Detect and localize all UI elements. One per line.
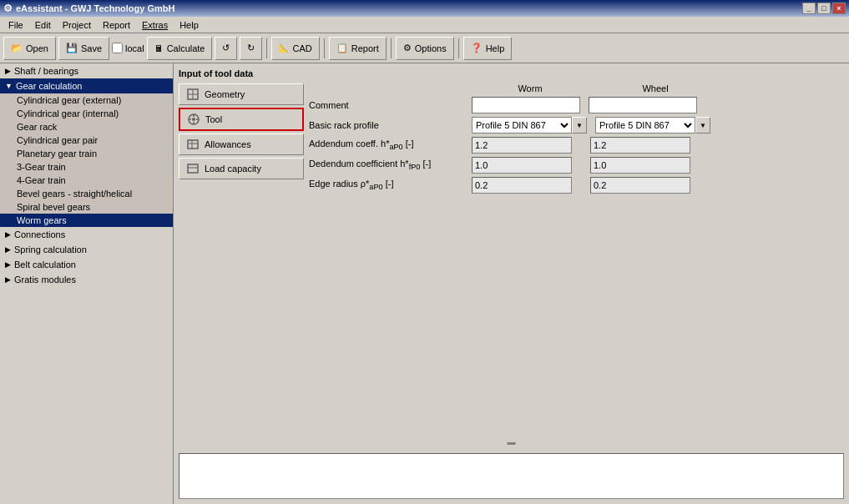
- local-checkbox[interactable]: [112, 43, 123, 53]
- close-button[interactable]: ×: [832, 3, 846, 14]
- options-icon: ⚙: [403, 43, 412, 53]
- minimize-button[interactable]: _: [802, 3, 816, 14]
- tab-load-capacity[interactable]: Load capacity: [179, 158, 304, 179]
- wheel-profile-select[interactable]: Profile 5 DIN 867: [595, 117, 695, 134]
- cad-button[interactable]: 📐 CAD: [271, 37, 319, 60]
- svg-point-4: [192, 118, 195, 121]
- worm-column-header: Worm: [472, 83, 589, 93]
- sidebar-item-3gear[interactable]: 3-Gear train: [0, 160, 173, 174]
- edge-radius-label: Edge radius ρ*aP0 [-]: [309, 179, 472, 191]
- scrollbar-indicator: ▬: [508, 437, 516, 446]
- tab-geometry[interactable]: Geometry: [179, 83, 304, 105]
- app-icon: ⚙: [3, 3, 13, 14]
- content-area: Input of tool data Geometry: [174, 63, 849, 504]
- wheel-profile-arrow[interactable]: ▼: [695, 117, 710, 134]
- arrow-right-icon: ▶: [5, 67, 11, 75]
- worm-profile-select-container: Profile 5 DIN 867 ▼: [472, 117, 587, 134]
- calculate-button[interactable]: 🖩 Calculate: [147, 37, 213, 60]
- toolbar: 📂 Open 💾 Save local 🖩 Calculate ↺ ↻ 📐 CA…: [0, 33, 849, 63]
- dedendum-coeff-label: Dedendum coefficient h*fP0 [-]: [309, 159, 472, 171]
- tabs-panel: Geometry Tool: [179, 83, 304, 291]
- toolbar-separator-3: [391, 38, 392, 58]
- sidebar-item-gear-calculation[interactable]: ▼ Gear calculation: [0, 78, 173, 93]
- window-controls[interactable]: _ □ ×: [802, 3, 846, 14]
- comment-wheel-input[interactable]: [589, 97, 697, 113]
- help-button[interactable]: ❓ Help: [463, 37, 513, 60]
- undo-button[interactable]: ↺: [215, 37, 237, 60]
- redo-icon: ↻: [247, 43, 255, 53]
- window-title: eAssistant - GWJ Technology GmbH: [16, 3, 175, 13]
- menu-bar: File Edit Project Report Extras Help: [0, 17, 849, 33]
- report-icon: 📋: [336, 43, 348, 53]
- comment-worm-input[interactable]: [472, 97, 580, 113]
- tab-tool[interactable]: Tool: [179, 108, 304, 131]
- comment-row: Comment: [309, 97, 844, 113]
- redo-button[interactable]: ↻: [240, 37, 262, 60]
- save-icon: 💾: [66, 43, 78, 53]
- edge-radius-wheel-input[interactable]: [590, 177, 690, 194]
- save-button[interactable]: 💾 Save: [58, 37, 109, 60]
- sidebar-item-bevel-gears[interactable]: Bevel gears - straight/helical: [0, 187, 173, 200]
- menu-project[interactable]: Project: [58, 18, 96, 32]
- help-icon: ❓: [471, 43, 483, 53]
- form-panel: Worm Wheel Comment Basic rack profile Pr…: [309, 83, 844, 291]
- toolbar-separator: [266, 38, 267, 58]
- svg-rect-12: [188, 164, 198, 173]
- dedendum-coeff-row: Dedendum coefficient h*fP0 [-]: [309, 157, 844, 174]
- sidebar-item-planetary[interactable]: Planetary gear train: [0, 147, 173, 160]
- comment-label: Comment: [309, 100, 472, 110]
- arrow-right-icon-conn: ▶: [5, 230, 11, 239]
- sidebar-item-gear-rack[interactable]: Gear rack: [0, 120, 173, 134]
- open-button[interactable]: 📂 Open: [3, 37, 56, 60]
- sidebar-item-worm-gears[interactable]: Worm gears: [0, 214, 173, 227]
- load-capacity-icon: [186, 162, 200, 175]
- menu-file[interactable]: File: [3, 18, 28, 32]
- undo-icon: ↺: [222, 43, 230, 53]
- maximize-button[interactable]: □: [817, 3, 831, 14]
- worm-profile-select[interactable]: Profile 5 DIN 867: [472, 117, 572, 134]
- cad-icon: 📐: [279, 43, 289, 53]
- content-body: Geometry Tool: [179, 83, 844, 291]
- menu-help[interactable]: Help: [174, 18, 204, 32]
- sidebar-item-4gear[interactable]: 4-Gear train: [0, 174, 173, 187]
- svg-rect-9: [188, 140, 198, 149]
- dedendum-worm-input[interactable]: [472, 157, 572, 174]
- report-button[interactable]: 📋 Report: [329, 37, 387, 60]
- allowances-icon: [186, 138, 200, 151]
- sidebar-item-spiral-bevel[interactable]: Spiral bevel gears: [0, 200, 173, 214]
- worm-profile-arrow[interactable]: ▼: [572, 117, 587, 134]
- output-text-area[interactable]: [179, 453, 844, 499]
- basic-rack-profile-label: Basic rack profile: [309, 120, 472, 130]
- sidebar-item-connections[interactable]: ▶ Connections: [0, 227, 173, 242]
- edge-radius-worm-input[interactable]: [472, 177, 572, 194]
- addendum-worm-input[interactable]: [472, 137, 572, 154]
- sidebar-item-cylindrical-int[interactable]: Cylindrical gear (internal): [0, 107, 173, 120]
- tool-icon: [187, 113, 200, 126]
- dedendum-wheel-input[interactable]: [590, 157, 690, 174]
- arrow-right-icon-belt: ▶: [5, 260, 11, 269]
- sidebar-item-cylindrical-ext[interactable]: Cylindrical gear (external): [0, 93, 173, 107]
- addendum-wheel-input[interactable]: [590, 137, 690, 154]
- sidebar-item-belt-calc[interactable]: ▶ Belt calculation: [0, 257, 173, 272]
- wheel-column-header: Wheel: [597, 83, 714, 93]
- arrow-right-icon-spring: ▶: [5, 245, 11, 254]
- toolbar-separator-4: [458, 38, 459, 58]
- addendum-coeff-row: Addendum coeff. h*aP0 [-]: [309, 137, 844, 154]
- arrow-right-icon-gratis: ▶: [5, 275, 11, 284]
- sidebar-item-cylindrical-pair[interactable]: Cylindrical gear pair: [0, 134, 173, 147]
- calculate-icon: 🖩: [154, 43, 164, 53]
- menu-extras[interactable]: Extras: [137, 18, 173, 32]
- sidebar-item-spring-calc[interactable]: ▶ Spring calculation: [0, 242, 173, 257]
- tab-allowances[interactable]: Allowances: [179, 134, 304, 155]
- sidebar-item-gratis-modules[interactable]: ▶ Gratis modules: [0, 272, 173, 287]
- open-icon: 📂: [11, 43, 23, 53]
- sidebar-item-shaft-bearings[interactable]: ▶ Shaft / bearings: [0, 63, 173, 78]
- arrow-down-icon: ▼: [5, 82, 13, 90]
- options-button[interactable]: ⚙ Options: [396, 37, 454, 60]
- geometry-icon: [186, 88, 200, 101]
- addendum-coeff-label: Addendum coeff. h*aP0 [-]: [309, 139, 472, 151]
- gear-calculation-group: Cylindrical gear (external) Cylindrical …: [0, 93, 173, 227]
- menu-report[interactable]: Report: [98, 18, 135, 32]
- toolbar-separator-2: [324, 38, 325, 58]
- menu-edit[interactable]: Edit: [30, 18, 56, 32]
